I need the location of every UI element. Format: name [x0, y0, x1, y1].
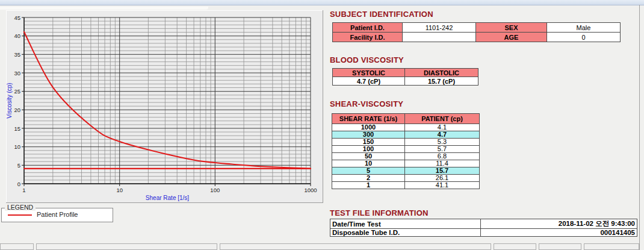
legend-line-swatch — [8, 214, 32, 216]
shear-viscosity-row: 10004.1 — [332, 124, 480, 131]
sex-label: SEX — [476, 23, 547, 33]
table-row: Facility I.D. AGE 0 — [333, 33, 621, 42]
shear-viscosity-row: 1505.3 — [332, 139, 480, 146]
test-file-information-table: Date/Time Test 2018-11-02 오전 9:43:00 Dis… — [330, 219, 637, 237]
report-screen: 0510152025303540451101001000Viscosity (c… — [0, 0, 644, 250]
facility-id-value — [403, 33, 476, 42]
patient-id-value: 1101-242 — [403, 23, 476, 33]
sex-value: Male — [547, 23, 621, 33]
window-right-edge — [639, 5, 640, 250]
patient-viscosity-cell: 41.1 — [405, 182, 480, 189]
status-bar-segment — [0, 243, 34, 250]
test-file-information-title: TEST FILE INFORMATION — [330, 208, 429, 217]
x-axis-label: Shear Rate [1/s] — [146, 195, 189, 201]
subject-identification-table: Patient I.D. 1101-242 SEX Male Facility … — [332, 22, 621, 42]
y-tick-label: 15 — [14, 125, 20, 132]
patient-viscosity-cell: 11.4 — [405, 160, 480, 167]
table-row: Patient I.D. 1101-242 SEX Male — [333, 23, 621, 33]
patient-viscosity-cell: 6.8 — [405, 153, 480, 160]
table-row: 4.7 (cP) 15.7 (cP) — [333, 77, 478, 86]
shear-rate-cell: 5 — [332, 167, 405, 175]
diastolic-value: 15.7 (cP) — [405, 77, 478, 86]
shear-viscosity-row: 3004.7 — [332, 131, 480, 139]
x-tick-label: 1 — [22, 187, 25, 193]
date-time-test-value: 2018-11-02 오전 9:43:00 — [481, 219, 637, 229]
patient-viscosity-cell: 4.7 — [405, 131, 480, 139]
shear-viscosity-row: 226.1 — [332, 175, 480, 182]
y-tick-label: 10 — [14, 143, 20, 150]
legend-caption: LEGEND — [5, 204, 36, 211]
y-tick-label: 20 — [14, 107, 20, 113]
status-bar-segment — [36, 243, 217, 250]
viscosity-chart-panel: 0510152025303540451101001000Viscosity (c… — [6, 10, 323, 203]
shear-viscosity-row: 141.1 — [332, 182, 480, 189]
shear-viscosity-chart: 0510152025303540451101001000Viscosity (c… — [6, 10, 323, 203]
patient-viscosity-cell: 26.1 — [405, 175, 480, 182]
shear-rate-column-header: SHEAR RATE (1/s) — [332, 114, 405, 124]
status-bar-segment — [494, 243, 536, 250]
facility-id-label: Facility I.D. — [333, 33, 403, 42]
tab-strip-highlight — [0, 7, 208, 10]
blood-viscosity-table: SYSTOLIC DIASTOLIC 4.7 (cP) 15.7 (cP) — [332, 68, 478, 86]
shear-rate-cell: 100 — [332, 146, 405, 153]
y-tick-label: 0 — [17, 181, 20, 187]
patient-id-label: Patient I.D. — [333, 23, 403, 33]
shear-viscosity-row: 506.8 — [332, 153, 480, 160]
patient-viscosity-cell: 5.7 — [405, 146, 480, 153]
age-label: AGE — [476, 33, 547, 42]
blood-viscosity-title: BLOOD VISCOSITY — [330, 55, 404, 64]
y-tick-label: 45 — [14, 14, 20, 21]
subject-identification-title: SUBJECT IDENTIFICATION — [330, 10, 433, 19]
shear-viscosity-row: 1011.4 — [332, 160, 480, 167]
systolic-value: 4.7 (cP) — [333, 77, 405, 86]
status-bar-segment — [220, 243, 491, 250]
shear-viscosity-row: 1005.7 — [332, 146, 480, 153]
shear-rate-cell: 1 — [332, 182, 405, 189]
shear-viscosity-title: SHEAR-VISCOSITY — [330, 99, 403, 108]
diastolic-header: DIASTOLIC — [405, 69, 478, 77]
patient-viscosity-cell: 15.7 — [405, 167, 480, 175]
window-top-strip — [0, 0, 644, 5]
x-tick-label: 10 — [116, 187, 123, 193]
table-row: Date/Time Test 2018-11-02 오전 9:43:00 — [330, 219, 637, 229]
table-row: SYSTOLIC DIASTOLIC — [333, 69, 478, 77]
patient-column-header: PATIENT (cp) — [405, 114, 480, 124]
systolic-header: SYSTOLIC — [333, 69, 405, 77]
legend-entry-label: Patient Profile — [37, 211, 78, 218]
shear-rate-cell: 300 — [332, 131, 405, 139]
age-value: 0 — [547, 33, 621, 42]
shear-viscosity-row: 515.7 — [332, 167, 480, 175]
patient-viscosity-cell: 5.3 — [405, 139, 480, 146]
table-header-row: SHEAR RATE (1/s) PATIENT (cp) — [332, 114, 480, 124]
status-bar-segment — [584, 243, 639, 250]
shear-rate-cell: 1000 — [332, 124, 405, 131]
y-axis-label: Viscosity (cp) — [6, 83, 13, 118]
y-tick-label: 40 — [14, 33, 20, 39]
shear-rate-cell: 50 — [332, 153, 405, 160]
x-tick-label: 1000 — [304, 187, 317, 193]
shear-viscosity-table: SHEAR RATE (1/s) PATIENT (cp) 10004.1300… — [332, 113, 480, 189]
status-bar-segment — [539, 243, 581, 250]
x-tick-label: 100 — [210, 187, 220, 193]
shear-rate-cell: 150 — [332, 139, 405, 146]
y-tick-label: 25 — [14, 88, 20, 95]
y-tick-label: 30 — [14, 70, 20, 77]
date-time-test-label: Date/Time Test — [330, 219, 481, 229]
patient-viscosity-cell: 4.1 — [405, 124, 480, 131]
table-row: Disposable Tube I.D. 000141405 — [330, 229, 637, 237]
series-patient-profile — [24, 32, 311, 169]
y-tick-label: 5 — [17, 162, 20, 169]
y-tick-label: 35 — [14, 51, 20, 58]
disposable-tube-id-value: 000141405 — [481, 229, 637, 237]
disposable-tube-id-label: Disposable Tube I.D. — [330, 229, 481, 237]
shear-rate-cell: 2 — [332, 175, 405, 182]
shear-rate-cell: 10 — [332, 160, 405, 167]
